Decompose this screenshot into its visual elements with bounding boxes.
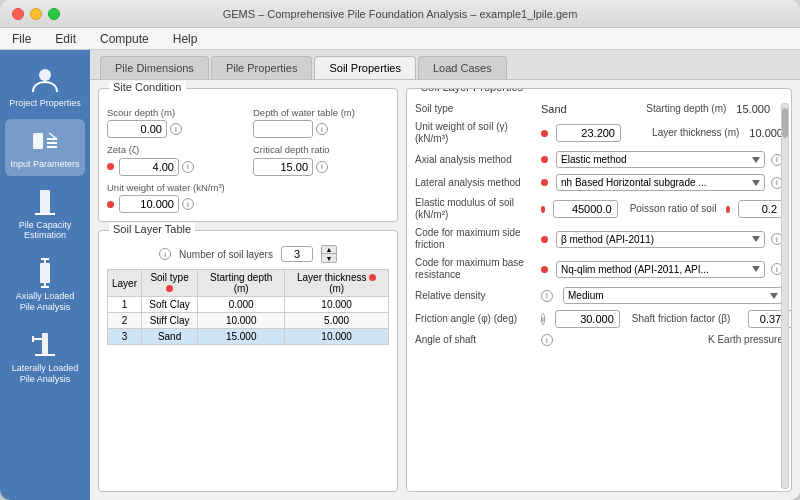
- svg-rect-3: [40, 263, 50, 283]
- soil-table-header: i Number of soil layers ▲ ▼: [107, 245, 389, 263]
- left-column: Site Condition Scour depth (m) i Depth: [98, 88, 398, 492]
- svg-rect-2: [40, 190, 50, 214]
- table-row[interactable]: 2 Stiff Clay 10.000 5.000: [108, 313, 389, 329]
- sidebar-item-axially-loaded[interactable]: Axially Loaded Pile Analysis: [5, 251, 85, 319]
- sidebar-item-input-parameters[interactable]: Input Parameters: [5, 119, 85, 176]
- unit-weight-soil-row: Unit weight of soil (γ) (kN/m³) Layer th…: [415, 121, 783, 145]
- table-row[interactable]: 3 Sand 15.000 10.000: [108, 329, 389, 345]
- menu-compute[interactable]: Compute: [96, 30, 153, 48]
- water-table-label: Depth of water table (m): [253, 107, 389, 118]
- sidebar: Project Properties Input Parameters Pile…: [0, 50, 90, 500]
- soil-layer-properties-title: Soil Layer Properties: [417, 88, 527, 93]
- shaft-friction-label: Shaft friction factor (β): [632, 313, 731, 325]
- tab-load-cases[interactable]: Load Cases: [418, 56, 507, 79]
- lateral-method-select[interactable]: nh Based Horizontal subgrade ...: [556, 174, 765, 191]
- num-layers-spinner[interactable]: ▲ ▼: [321, 245, 337, 263]
- critical-depth-info-icon[interactable]: i: [316, 161, 328, 173]
- relative-density-info-icon[interactable]: i: [541, 290, 553, 302]
- cell-starting-depth: 0.000: [198, 297, 285, 313]
- cell-layer: 3: [108, 329, 142, 345]
- soil-table-info-icon[interactable]: i: [159, 248, 171, 260]
- sidebar-label-project: Project Properties: [9, 98, 81, 109]
- scour-depth-input[interactable]: [107, 120, 167, 138]
- lateral-method-dot: [541, 179, 548, 186]
- spin-up-button[interactable]: ▲: [322, 246, 336, 254]
- zeta-info-icon[interactable]: i: [182, 161, 194, 173]
- unit-weight-soil-input[interactable]: [556, 124, 621, 142]
- close-button[interactable]: [12, 8, 24, 20]
- k-earth-pressure-label: K Earth pressure: [708, 334, 783, 346]
- cell-soil-type: Stiff Clay: [142, 313, 198, 329]
- unit-weight-water-wrap: i: [107, 195, 243, 213]
- menu-help[interactable]: Help: [169, 30, 202, 48]
- tab-soil-properties[interactable]: Soil Properties: [314, 56, 416, 79]
- soil-layer-table-panel: Soil Layer Table i Number of soil layers…: [98, 230, 398, 492]
- col-layer: Layer: [108, 270, 142, 297]
- max-side-label: Code for maximum side friction: [415, 227, 535, 251]
- cell-starting-depth: 15.000: [198, 329, 285, 345]
- num-layers-input[interactable]: [281, 246, 313, 262]
- axial-method-select[interactable]: Elastic method: [556, 151, 765, 168]
- spin-down-button[interactable]: ▼: [322, 254, 336, 262]
- zeta-wrap: i: [107, 158, 243, 176]
- starting-depth-value: 15.000: [736, 103, 783, 115]
- minimize-button[interactable]: [30, 8, 42, 20]
- max-base-select[interactable]: Nq-qlim method (API-2011, API...: [556, 261, 765, 278]
- menu-edit[interactable]: Edit: [51, 30, 80, 48]
- relative-density-label: Relative density: [415, 290, 535, 302]
- zeta-field: Zeta (ζ) i: [107, 144, 243, 175]
- sidebar-item-project-properties[interactable]: Project Properties: [5, 58, 85, 115]
- water-table-info-icon[interactable]: i: [316, 123, 328, 135]
- menu-bar: File Edit Compute Help: [0, 28, 800, 50]
- sidebar-label-pile-capacity: Pile Capacity Estimation: [9, 220, 81, 242]
- sidebar-item-laterally-loaded[interactable]: Laterally Loaded Pile Analysis: [5, 323, 85, 391]
- table-row[interactable]: 1 Soft Clay 0.000 10.000: [108, 297, 389, 313]
- tab-pile-dimensions[interactable]: Pile Dimensions: [100, 56, 209, 79]
- soil-type-row: Soil type Sand Starting depth (m) 15.000: [415, 103, 783, 115]
- unit-weight-water-info-icon[interactable]: i: [182, 198, 194, 210]
- poisson-ratio-label: Poisson ratio of soil: [630, 203, 717, 215]
- unit-weight-water-input[interactable]: [119, 195, 179, 213]
- axial-method-dropdown-wrap: Elastic method: [556, 151, 765, 168]
- axial-method-row: Axial analysis method Elastic method i: [415, 151, 783, 168]
- menu-file[interactable]: File: [8, 30, 35, 48]
- cell-soil-type: Soft Clay: [142, 297, 198, 313]
- water-table-field: Depth of water table (m) i: [253, 107, 389, 138]
- water-table-input[interactable]: [253, 120, 313, 138]
- relative-density-select[interactable]: Medium: [563, 287, 783, 304]
- svg-rect-1: [33, 133, 43, 149]
- friction-angle-info-icon[interactable]: i: [541, 313, 545, 325]
- lateral-method-row: Lateral analysis method nh Based Horizon…: [415, 174, 783, 191]
- cell-thickness: 10.000: [285, 329, 389, 345]
- angle-shaft-info-icon[interactable]: i: [541, 334, 553, 346]
- scour-depth-info-icon[interactable]: i: [170, 123, 182, 135]
- elastic-modulus-input[interactable]: [553, 200, 618, 218]
- cell-soil-type: Sand: [142, 329, 198, 345]
- right-column: Soil Layer Properties Soil type Sand Sta…: [406, 88, 792, 492]
- elastic-modulus-label: Elastic modulus of soil (kN/m²): [415, 197, 535, 221]
- elastic-modulus-dot: [541, 206, 545, 213]
- tab-pile-properties[interactable]: Pile Properties: [211, 56, 313, 79]
- unit-weight-soil-label: Unit weight of soil (γ) (kN/m³): [415, 121, 535, 145]
- axial-method-dot: [541, 156, 548, 163]
- cell-thickness: 5.000: [285, 313, 389, 329]
- lateral-method-label: Lateral analysis method: [415, 177, 535, 189]
- friction-angle-label: Friction angle (φ) (deg): [415, 313, 535, 325]
- zeta-input[interactable]: [119, 158, 179, 176]
- lateral-method-dropdown-wrap: nh Based Horizontal subgrade ...: [556, 174, 765, 191]
- cell-layer: 1: [108, 297, 142, 313]
- layer-thickness-value: 10.000: [749, 127, 783, 139]
- cell-starting-depth: 10.000: [198, 313, 285, 329]
- critical-depth-input[interactable]: [253, 158, 313, 176]
- col-thickness: Layer thickness (m): [285, 270, 389, 297]
- max-side-select[interactable]: β method (API-2011): [556, 231, 765, 248]
- maximize-button[interactable]: [48, 8, 60, 20]
- sidebar-item-pile-capacity[interactable]: Pile Capacity Estimation: [5, 180, 85, 248]
- poisson-ratio-input[interactable]: [738, 200, 783, 218]
- svg-point-0: [39, 69, 51, 81]
- right-panel-scrollbar[interactable]: [781, 103, 789, 489]
- starting-depth-label: Starting depth (m): [646, 103, 726, 115]
- traffic-lights: [12, 8, 60, 20]
- soil-type-value: Sand: [541, 103, 588, 115]
- friction-angle-input[interactable]: [555, 310, 620, 328]
